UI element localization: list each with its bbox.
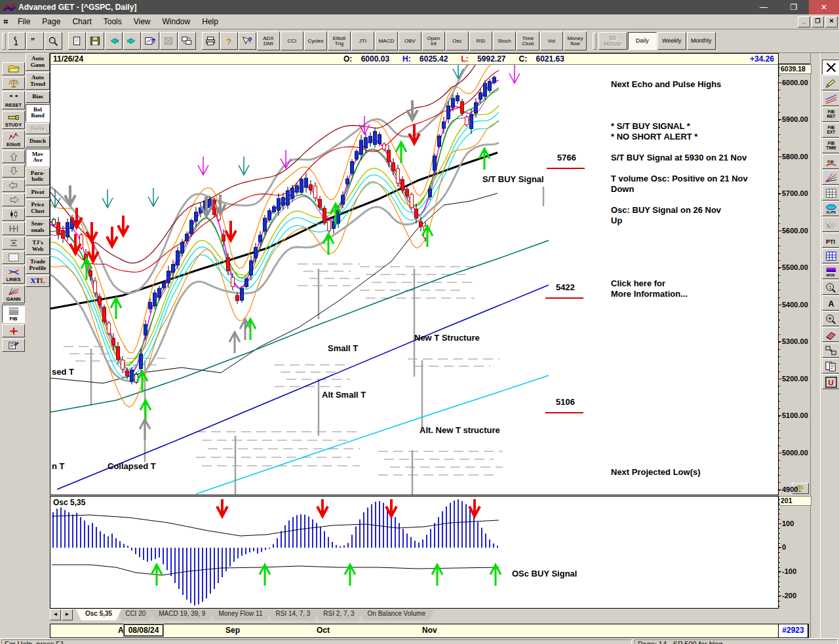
oscillator-panel[interactable]: Osc 5,35OSc BUY Signal [50, 496, 779, 609]
page-next-icon[interactable] [123, 32, 141, 50]
close-button[interactable]: ✕ [809, 0, 839, 14]
menu-page[interactable]: Page [36, 16, 66, 28]
menu-chart[interactable]: Chart [66, 16, 97, 28]
sidebar-open-chart-button[interactable] [2, 62, 25, 75]
sidebar-fib-button[interactable]: FIB [2, 305, 25, 323]
chart-add-icon[interactable] [142, 32, 159, 50]
sidebar-study-price-clust[interactable]: Price Clust [26, 199, 50, 217]
sidebar-study-seas--onals[interactable]: Seas- onals [26, 218, 50, 236]
magnet-icon[interactable]: U [822, 374, 839, 389]
sidebar-arrow-down-button[interactable] [2, 164, 25, 178]
menu-view[interactable]: View [128, 16, 157, 28]
delete-x-icon[interactable] [822, 60, 839, 75]
mdi-child-icon[interactable]: ⌗ [0, 17, 12, 26]
fib-arc-icon[interactable]: FIB [822, 154, 839, 169]
study-button-vol[interactable]: Vol [540, 31, 563, 50]
study-button-time[interactable]: Time Clust [517, 31, 539, 50]
sidebar-study-pivot[interactable]: Pivot [26, 187, 50, 199]
sidebar-gann-button[interactable]: GANN [2, 285, 25, 303]
mdi-minimize-button[interactable]: _ [798, 16, 810, 28]
pin-icon[interactable] [8, 32, 26, 50]
sidebar-study-bias[interactable]: Bias [26, 91, 50, 103]
grid-icon[interactable] [822, 185, 839, 200]
sidebar-reset-button[interactable]: RESET [2, 91, 25, 109]
tab-on-balance-volume[interactable]: On Balance Volume [359, 609, 435, 620]
timeframe-monthly[interactable]: Monthly [687, 32, 716, 50]
tab-rsi-2-7-3[interactable]: RSI 2, 7, 3 [314, 609, 363, 620]
chart-annotation[interactable]: Click here for [611, 278, 665, 288]
help-icon[interactable]: ? [220, 32, 238, 50]
menu-file[interactable]: File [12, 16, 36, 28]
tab-osc-5-35[interactable]: Osc 5,35 [76, 609, 121, 620]
text-label-icon[interactable]: A [822, 295, 839, 311]
study-button-osc[interactable]: Osc [446, 31, 469, 50]
study-button-rsi[interactable]: RSI [469, 31, 492, 50]
study-button-stoch[interactable]: Stoch [493, 31, 516, 50]
pencil-icon[interactable] [822, 75, 839, 90]
sidebar-grid-button[interactable] [2, 251, 25, 264]
eraser-icon[interactable] [822, 327, 839, 342]
print-icon[interactable] [202, 32, 220, 50]
study-button-adx[interactable]: ADX DMI [257, 31, 280, 50]
restore-button[interactable]: ❐ [779, 0, 809, 14]
expand-icon[interactable] [822, 343, 839, 358]
trend-line[interactable] [57, 285, 549, 489]
tab-cci-20[interactable]: CCI 20 [116, 609, 155, 620]
sidebar-arrow-left-button[interactable] [2, 179, 25, 192]
menu-window[interactable]: Window [157, 16, 197, 28]
tab-scroll-left[interactable]: ◄ [50, 609, 61, 620]
study-button-money[interactable]: Money flow [564, 31, 587, 50]
sidebar-elliott-button[interactable]: Elliott [2, 130, 25, 149]
notes-icon[interactable] [822, 358, 839, 373]
zoom-in-icon[interactable] [822, 311, 839, 326]
toolbar-grip[interactable] [2, 33, 6, 50]
menu-help[interactable]: Help [196, 16, 224, 28]
study-button-elliott[interactable]: Elliott Trig [328, 31, 351, 50]
study-button-cci[interactable]: CCI [281, 31, 303, 50]
study-button-obv[interactable]: OBV [399, 31, 421, 50]
magnify-icon[interactable] [45, 32, 62, 50]
sidebar-study-button[interactable]: STUDY [2, 111, 25, 129]
sidebar-candle-width-button[interactable] [2, 208, 25, 221]
sidebar-arrow-right-button[interactable] [2, 193, 25, 206]
ellipse-icon[interactable]: ELIPS [822, 201, 839, 216]
trendlines-icon[interactable] [822, 91, 839, 106]
sidebar-study-xtl[interactable]: XTL [26, 275, 50, 287]
tab-scroll-right[interactable]: ► [62, 609, 73, 620]
zoom-study-icon[interactable]: 1 [822, 280, 839, 295]
timeframe-weekly[interactable]: Weekly [657, 32, 686, 50]
mob-button[interactable]: MOB [822, 264, 839, 279]
oscillator-axis[interactable]: 201 1000-100-200 [779, 496, 810, 609]
study-button-cycles[interactable]: Cycles [304, 31, 327, 50]
page-prev-icon[interactable] [105, 32, 123, 50]
sidebar-study-tjs-web[interactable]: TJ's Web [26, 237, 50, 255]
sidebar-study-para--bolic[interactable]: Para- bolic [26, 168, 50, 185]
sidebar-study-auto-gann[interactable]: Auto Gann [26, 53, 50, 71]
sidebar-scales-button[interactable] [2, 77, 25, 90]
pti-button[interactable]: PTI [822, 233, 839, 248]
price-chart[interactable]: 576654225106Next Echo and Pulse Highs* S… [50, 65, 779, 495]
sidebar-lines-button[interactable]: LINES [2, 265, 25, 284]
context-help-icon[interactable]: ? [239, 32, 256, 50]
sidebar-study-mov-ave[interactable]: Mov Ave [26, 149, 50, 166]
tile-windows-icon[interactable] [178, 32, 196, 50]
sidebar-study-donch[interactable]: Donch [26, 136, 50, 147]
sidebar-arrow-up-button[interactable] [2, 150, 25, 163]
tab-money-flow-11[interactable]: Money Flow 11 [209, 609, 271, 620]
minimize-button[interactable]: — [749, 0, 779, 14]
sidebar-study-bol-band[interactable]: Bol Band [26, 104, 50, 122]
fan-lines-icon[interactable] [822, 170, 839, 185]
tab-macd-19-39-9[interactable]: MACD 19, 39, 9 [149, 609, 214, 620]
mdi-close-button[interactable]: ✕ [825, 16, 838, 28]
sidebar-bar-spacing-button[interactable] [2, 222, 25, 235]
new-chart-icon[interactable] [68, 32, 86, 50]
quote-icon[interactable]: ” [26, 32, 44, 50]
sidebar-properties-button[interactable] [2, 339, 25, 352]
fib-retrace-button[interactable]: FIB RET [822, 107, 839, 122]
fib-extension-button[interactable]: FIB EXT [822, 123, 839, 138]
study-button-macd[interactable]: MACD [375, 31, 398, 50]
study-button-open[interactable]: Open Int [422, 31, 445, 50]
menu-tools[interactable]: Tools [98, 16, 128, 28]
tab-rsi-14-7-3[interactable]: RSI 14, 7, 3 [267, 609, 320, 620]
sidebar-compress-button[interactable] [2, 237, 25, 250]
